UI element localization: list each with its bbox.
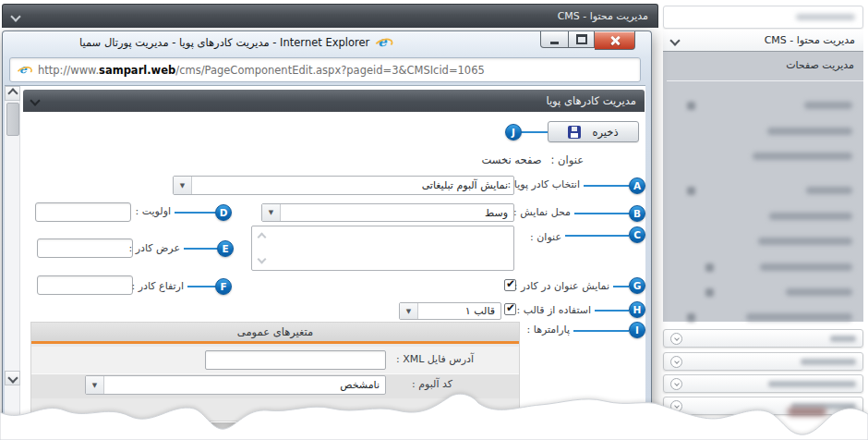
template-selected-value: قالب ۱ — [418, 303, 500, 319]
dropdown-arrow-icon[interactable] — [174, 177, 192, 194]
blurred-menu-item — [758, 238, 852, 245]
page-title-label: عنوان : — [551, 153, 584, 166]
sidebar-accordion-bar[interactable] — [663, 397, 863, 415]
blurred-menu-item — [753, 153, 852, 160]
dynamic-frame-label: انتخاب کادر پویا : — [508, 178, 580, 190]
xml-file-input[interactable] — [205, 350, 386, 370]
background-window-titlebar: مدیریت محتوا - CMS — [2, 4, 658, 28]
dropdown-arrow-icon[interactable] — [400, 303, 418, 319]
callout-line-h — [595, 310, 629, 312]
background-window-title: مدیریت محتوا - CMS — [558, 10, 648, 22]
dropdown-arrow-icon[interactable] — [86, 376, 104, 394]
sidebar-accordion-bar[interactable] — [663, 329, 863, 348]
callout-badge-f: F — [215, 278, 232, 295]
frame-title-textarea[interactable] — [251, 226, 514, 271]
xml-file-label: آدرس فایل XML : — [396, 353, 474, 365]
chevron-down-icon[interactable] — [258, 255, 267, 264]
callout-line-j — [522, 131, 548, 133]
callout-line-f — [187, 286, 215, 287]
dynamic-frame-selected-value: نمایش آلبوم تبلیغاتی — [192, 177, 513, 194]
chevron-down-icon — [669, 35, 680, 45]
chevron-circle-icon — [670, 400, 682, 412]
callout-badge-c: C — [629, 226, 645, 243]
blurred-menu-item — [769, 213, 852, 220]
url-domain: samparl.web — [99, 64, 175, 77]
callout-line-e — [184, 248, 217, 250]
scroll-up-button[interactable] — [5, 86, 20, 101]
form-header-bar[interactable]: مدیریت کادرهای پویا — [23, 90, 645, 112]
frame-width-label: عرض کادر : — [129, 242, 180, 254]
blurred-menu-item — [767, 128, 852, 135]
popup-window-title: مدیریت کادرهای پویا - مدیریت پورتال سمیا… — [79, 36, 369, 49]
chevron-circle-icon — [670, 356, 682, 368]
frame-width-input[interactable] — [37, 238, 133, 258]
sidebar-accordion-bar[interactable] — [663, 374, 863, 393]
blurred-menu-icon — [705, 288, 714, 297]
blurred-menu-icon — [687, 313, 695, 322]
save-floppy-icon — [568, 126, 581, 139]
minimize-button[interactable] — [540, 31, 569, 48]
url-text: http://www.samparl.web/cms/PageComponent… — [38, 64, 485, 77]
sidebar-accordion-bar[interactable] — [663, 352, 863, 371]
save-button[interactable]: ذخیره — [548, 121, 639, 142]
chevron-circle-icon — [670, 378, 682, 390]
callout-badge-b: B — [629, 205, 645, 222]
sidebar-accordion-title: مدیریت محتوا - CMS — [765, 34, 855, 46]
sidebar-search-box[interactable] — [663, 6, 863, 29]
sidebar-item-page-management[interactable]: مدیریت صفحات — [786, 59, 854, 71]
internet-explorer-icon: e — [18, 64, 30, 77]
general-variables-title: متغیرهای عمومی — [237, 325, 313, 338]
album-code-selected-value: نامشخص — [104, 376, 385, 394]
sidebar-accordion-header-cms[interactable]: مدیریت محتوا - CMS — [663, 30, 863, 52]
frame-height-input[interactable] — [37, 275, 133, 295]
callout-line-g — [613, 286, 629, 287]
display-location-selected-value: وسط — [281, 204, 513, 221]
callout-badge-j: J — [505, 124, 522, 141]
priority-input[interactable] — [35, 202, 131, 222]
blurred-bar-label — [801, 359, 856, 365]
window-controls — [540, 31, 635, 50]
url-path: /cms/PageComponentEdit.aspx?pageid=3&CMS… — [175, 64, 485, 77]
chevron-circle-icon — [670, 333, 682, 345]
show-title-label: نمایش عنوان در کادر : — [514, 280, 609, 292]
page-title-value: صفحه نخست — [482, 153, 542, 166]
popup-titlebar: مدیریت کادرهای پویا - مدیریت پورتال سمیا… — [79, 34, 391, 51]
callout-badge-i: I — [629, 322, 645, 338]
close-icon — [609, 35, 621, 46]
callout-badge-h: H — [629, 301, 645, 318]
address-bar[interactable]: e http://www.samparl.web/cms/PageCompone… — [9, 57, 641, 82]
blurred-menu-item — [806, 187, 852, 194]
use-template-label: استفاده از قالب : — [517, 304, 592, 316]
dynamic-frame-select[interactable]: نمایش آلبوم تبلیغاتی — [173, 176, 514, 195]
internet-explorer-icon: e — [376, 35, 391, 50]
callout-line-a — [584, 185, 629, 187]
callout-line-d — [175, 212, 215, 214]
screenshot-canvas: مدیریت محتوا - CMS مدیریت محتوا - CMS مد… — [0, 0, 868, 440]
chevron-down-icon[interactable] — [10, 11, 20, 21]
dropdown-arrow-icon[interactable] — [262, 204, 281, 221]
chevron-up-icon — [7, 88, 18, 98]
blurred-menu-icon — [687, 102, 695, 110]
priority-label: اولویت : — [136, 205, 171, 217]
callout-line-i — [573, 330, 629, 332]
scroll-down-button[interactable] — [5, 371, 20, 385]
close-button[interactable] — [595, 31, 635, 50]
display-location-label: محل نمایش : — [513, 206, 571, 218]
template-select[interactable]: قالب ۱ — [399, 302, 501, 320]
chevron-up-icon[interactable] — [258, 233, 267, 242]
blurred-menu-item — [746, 313, 852, 321]
save-button-label: ذخیره — [592, 126, 618, 139]
chevron-down-icon — [7, 373, 18, 383]
callout-line-c — [565, 235, 629, 237]
url-prefix: http://www. — [38, 64, 99, 77]
chevron-down-icon — [30, 95, 40, 105]
blurred-bar-label — [830, 336, 856, 342]
blurred-search-text — [796, 14, 855, 20]
blurred-menu-icon — [687, 187, 695, 195]
display-location-select[interactable]: وسط — [261, 203, 514, 222]
maximize-button[interactable] — [569, 31, 595, 48]
scrollbar-thumb[interactable] — [6, 103, 19, 136]
use-template-checkbox[interactable] — [504, 303, 516, 315]
album-code-select[interactable]: نامشخص — [85, 375, 386, 395]
divider — [667, 80, 863, 81]
